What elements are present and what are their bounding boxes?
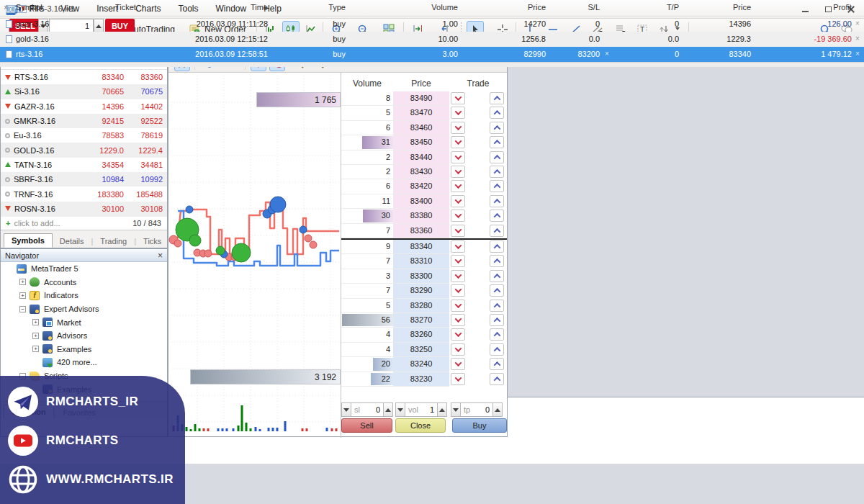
buy-at-price-button[interactable] [490, 92, 504, 104]
buy-at-price-button[interactable] [490, 255, 504, 267]
vol-increase-button[interactable] [437, 402, 447, 417]
close-position-button[interactable]: Close [395, 418, 446, 433]
buy-at-price-button[interactable] [490, 300, 504, 312]
sell-at-price-button[interactable] [451, 195, 465, 207]
sl-increase-button[interactable] [383, 402, 393, 417]
vol-decrease-button[interactable] [395, 402, 405, 417]
close-position-icon[interactable]: × [855, 19, 860, 27]
vol-field[interactable]: vol1 [405, 402, 437, 417]
sell-at-price-button[interactable] [451, 328, 465, 341]
sell-at-price-button[interactable] [451, 180, 465, 192]
tab-details[interactable]: Details [53, 235, 91, 248]
market-watch-row[interactable]: GAZR-3.161439614402 [1, 99, 167, 114]
expand-icon[interactable]: + [32, 346, 39, 352]
sell-at-price-button[interactable] [451, 255, 465, 267]
sell-at-price-button[interactable] [451, 107, 465, 119]
sell-at-price-button[interactable] [451, 314, 465, 326]
close-position-icon[interactable]: × [855, 50, 860, 58]
sell-at-price-button[interactable] [451, 373, 465, 385]
market-watch-row[interactable]: ROSN-3.163010030108 [1, 202, 167, 216]
buy-at-price-button[interactable] [490, 270, 504, 282]
tp-field[interactable]: tp0 [461, 402, 492, 417]
sell-at-price-button[interactable] [451, 136, 465, 148]
chevron-down-icon [454, 109, 462, 116]
tab-symbols[interactable]: Symbols [4, 233, 53, 248]
market-watch-row[interactable]: RTS-3.168334083360 [1, 70, 167, 84]
tree-item-examples[interactable]: +Examples [1, 343, 167, 356]
tab-trading[interactable]: Trading [93, 235, 134, 248]
sell-at-price-button[interactable] [451, 151, 465, 163]
buy-at-price-button[interactable] [490, 107, 504, 119]
sell-at-price-button[interactable] [451, 284, 465, 297]
tree-label: Market [57, 318, 81, 327]
buy-at-price-button[interactable] [490, 166, 504, 178]
buy-at-price-button[interactable] [490, 314, 504, 326]
tree-item-420-more-[interactable]: 420 more... [1, 356, 167, 369]
sell-at-price-button[interactable] [451, 122, 465, 134]
buy-at-price-button[interactable] [490, 373, 504, 385]
tree-item-accounts[interactable]: +Accounts [1, 276, 167, 289]
sell-at-price-button[interactable] [451, 358, 465, 370]
sell-at-price-button[interactable] [451, 225, 465, 237]
dom-volume-cell: 5 [341, 106, 393, 120]
sl-close-icon[interactable]: × [605, 50, 609, 58]
market-watch-row[interactable]: SBRF-3.161098410992 [1, 172, 167, 186]
sell-at-price-button[interactable] [451, 300, 465, 312]
tree-item-advisors[interactable]: +Advisors [1, 329, 167, 343]
buy-at-price-button[interactable] [490, 195, 504, 207]
sell-button[interactable]: Sell [341, 418, 392, 433]
chevron-down-icon [454, 123, 462, 130]
buy-at-price-button[interactable] [490, 284, 504, 297]
tree-item-expert-advisors[interactable]: −Expert Advisors [1, 302, 167, 316]
buy-at-price-button[interactable] [490, 180, 504, 192]
buy-at-price-button[interactable] [490, 343, 504, 356]
navigator-close-icon[interactable]: × [158, 251, 163, 260]
buy-at-price-button[interactable] [490, 328, 504, 341]
expand-icon[interactable]: + [32, 319, 39, 325]
close-position-icon[interactable]: × [855, 35, 860, 42]
tree-item-metatrader-5[interactable]: MetaTrader 5 [1, 262, 167, 276]
bid-value: 83340 [82, 73, 124, 81]
sell-at-price-button[interactable] [451, 92, 465, 104]
dom-volume-cell: 6 [341, 121, 393, 135]
volume-value: 4 [386, 330, 390, 338]
expand-icon[interactable]: + [32, 333, 39, 339]
sell-at-price-button[interactable] [451, 210, 465, 222]
trade-row[interactable]: gold-3.162016.03.09 12:15:12buy10.001256… [0, 32, 864, 47]
trade-row[interactable]: rts-3.162016.03.09 12:58:51buy3.00829908… [0, 47, 864, 62]
market-watch-row[interactable]: GOLD-3.161229.01229.4 [1, 143, 167, 157]
market-watch-row[interactable]: TATN-3.163435434481 [1, 158, 167, 172]
trade-row[interactable]: gazr-3.162016.03.09 11:11:28buy1.0014270… [0, 17, 864, 32]
buy-at-price-button[interactable] [490, 136, 504, 148]
time-cell: 2016.03.09 12:15:12 [195, 35, 268, 43]
expand-icon[interactable]: + [19, 279, 26, 285]
buy-at-price-button[interactable] [490, 122, 504, 134]
tree-item-market[interactable]: +Market [1, 315, 167, 329]
tree-item-indicators[interactable]: +fIndicators [1, 289, 167, 302]
market-watch-row[interactable]: GMKR-3.169241592522 [1, 114, 167, 128]
buy-at-price-button[interactable] [490, 151, 504, 163]
buy-at-price-button[interactable] [490, 358, 504, 370]
market-watch-row[interactable]: TRNF-3.16183380185488 [1, 186, 167, 201]
buy-at-price-button[interactable] [490, 225, 504, 237]
buy-at-price-button[interactable] [490, 240, 504, 253]
market-watch-row[interactable]: Si-3.167066570675 [1, 84, 167, 99]
dom-row: 3083380 [168, 209, 507, 223]
tp-decrease-button[interactable] [451, 402, 461, 417]
tab-ticks[interactable]: Ticks [136, 235, 168, 248]
sl-field[interactable]: sl0 [351, 402, 383, 417]
sell-at-price-button[interactable] [451, 343, 465, 356]
tp-increase-button[interactable] [492, 402, 503, 417]
trend-flat-icon [5, 177, 10, 182]
expand-icon[interactable]: + [19, 292, 26, 299]
buy-at-price-button[interactable] [490, 210, 504, 222]
dom-row: 783360 [168, 224, 507, 238]
sell-at-price-button[interactable] [451, 240, 465, 253]
collapse-icon[interactable]: − [19, 306, 26, 312]
market-watch-row[interactable]: Eu-3.167858378619 [1, 128, 167, 143]
buy-button[interactable]: Buy [452, 418, 507, 433]
sell-at-price-button[interactable] [451, 166, 465, 178]
sl-decrease-button[interactable] [341, 402, 351, 417]
click-to-add-row[interactable]: + click to add... 10 / 843 [1, 216, 167, 230]
sell-at-price-button[interactable] [451, 270, 465, 282]
